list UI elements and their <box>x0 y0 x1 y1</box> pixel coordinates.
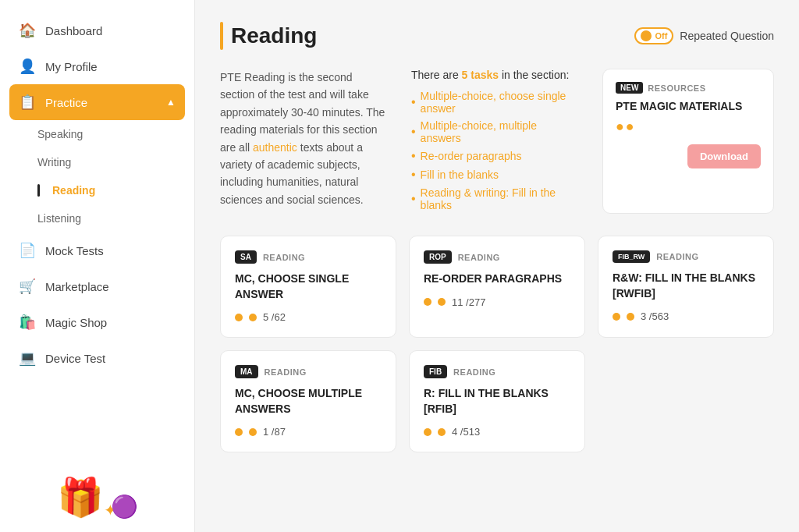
sidebar-sub-item-speaking[interactable]: Speaking <box>0 120 194 148</box>
resource-dots: ●● <box>616 119 761 135</box>
magic-shop-icon: 🛍️ <box>19 314 36 331</box>
sidebar-item-label: Magic Shop <box>45 316 107 329</box>
desc-right: There are 5 tasks in the section: Multip… <box>411 69 577 214</box>
writing-label: Writing <box>37 156 71 168</box>
card-count: 1 /87 <box>263 426 286 438</box>
sidebar-item-label: Device Test <box>45 352 105 365</box>
sidebar-item-label: Practice <box>45 96 87 109</box>
sidebar-item-marketplace[interactable]: 🛒 Marketplace <box>0 268 194 304</box>
sidebar-sub-item-writing[interactable]: Writing <box>0 148 194 176</box>
page-header: Reading Off Repeated Question <box>220 22 774 50</box>
device-test-icon: 💻 <box>19 349 36 367</box>
card-header-row: FIB READING <box>424 365 570 378</box>
task-item-2: Multiple-choice, multiple answers <box>411 117 577 147</box>
sidebar-bottom-decoration: 🎁 ✦ 🟣 <box>0 438 194 532</box>
tasks-list: Multiple-choice, choose single answer Mu… <box>411 87 577 214</box>
sidebar-item-dashboard[interactable]: 🏠 Dashboard <box>0 12 194 48</box>
sidebar-sub-item-listening[interactable]: Listening <box>0 204 194 232</box>
card-progress-row: 1 /87 <box>235 426 382 438</box>
description-section: PTE Reading is the second section of the… <box>220 69 774 214</box>
sidebar-item-magic-shop[interactable]: 🛍️ Magic Shop <box>0 304 194 340</box>
card-header-row: ROP READING <box>424 250 570 264</box>
resource-label: RESOURCES <box>648 83 705 93</box>
dot-filled-1 <box>235 428 243 436</box>
card-progress-row: 4 /513 <box>424 426 570 438</box>
card-title: MC, CHOOSE SINGLE ANSWER <box>235 271 382 302</box>
download-button[interactable]: Download <box>687 144 761 168</box>
card-section-label: READING <box>265 367 307 377</box>
sidebar-item-mock-tests[interactable]: 📄 Mock Tests <box>0 232 194 268</box>
sidebar-item-label: Mock Tests <box>45 244 104 257</box>
sidebar-sub-item-reading[interactable]: Reading <box>0 176 194 204</box>
dot-filled-2 <box>249 314 257 321</box>
resource-title: PTE MAGIC MATERIALS <box>616 100 761 112</box>
sidebar-item-device-test[interactable]: 💻 Device Test <box>0 340 194 376</box>
practice-sub-items: Speaking Writing Reading Listening <box>0 120 194 232</box>
sidebar-item-label: Marketplace <box>45 280 109 293</box>
sidebar-item-practice[interactable]: 📋 Practice ▲ <box>9 84 185 120</box>
card-progress-row: 5 /62 <box>235 311 382 323</box>
marketplace-icon: 🛒 <box>19 278 36 295</box>
card-tag: FIB <box>424 365 447 378</box>
task-item-3: Re-order paragraphs <box>411 147 577 165</box>
practice-icon: 📋 <box>19 94 36 111</box>
dot-filled-2 <box>627 313 634 321</box>
home-icon: 🏠 <box>19 22 36 39</box>
page-title-wrap: Reading <box>220 22 317 50</box>
main-content: Reading Off Repeated Question PTE Readin… <box>195 0 799 532</box>
practice-card-0[interactable]: SA READING MC, CHOOSE SINGLE ANSWER 5 /6… <box>220 236 396 338</box>
dot-filled-1 <box>235 314 243 321</box>
resource-card: NEW RESOURCES PTE MAGIC MATERIALS ●● Dow… <box>602 69 774 214</box>
resource-badge-row: NEW RESOURCES <box>616 82 761 94</box>
dot-filled-1 <box>424 428 431 436</box>
card-tag: FIB_RW <box>613 250 650 263</box>
active-bar <box>37 184 40 197</box>
dot-filled-1 <box>424 298 431 306</box>
page-title: Reading <box>231 23 317 48</box>
card-section-label: READING <box>453 367 495 377</box>
mock-tests-icon: 📄 <box>19 242 36 259</box>
new-badge: NEW <box>616 82 643 94</box>
card-header-row: FIB_RW READING <box>613 250 759 263</box>
card-tag: ROP <box>424 250 452 264</box>
card-section-label: READING <box>263 253 305 262</box>
speaking-label: Speaking <box>37 128 83 140</box>
cards-grid: SA READING MC, CHOOSE SINGLE ANSWER 5 /6… <box>220 236 774 452</box>
card-tag: MA <box>235 365 258 378</box>
title-bar-decoration <box>220 22 223 50</box>
practice-card-2[interactable]: FIB_RW READING R&W: FILL IN THE BLANKS [… <box>598 236 774 338</box>
desc-left: PTE Reading is the second section of the… <box>220 69 386 214</box>
practice-card-4[interactable]: FIB READING R: FILL IN THE BLANKS [RFIB]… <box>409 350 585 452</box>
card-title: MC, CHOOSE MULTIPLE ANSWERS <box>235 386 382 417</box>
dot-filled-2 <box>249 428 257 436</box>
avatar-icon: 🟣 <box>111 494 138 520</box>
card-header-row: MA READING <box>235 365 382 378</box>
chevron-up-icon: ▲ <box>166 97 176 108</box>
card-title: RE-ORDER PARAGRAPHS <box>424 271 570 287</box>
toggle-pill[interactable]: Off <box>634 27 673 44</box>
toggle-state: Off <box>655 31 667 41</box>
card-header-row: SA READING <box>235 250 382 264</box>
card-title: R&W: FILL IN THE BLANKS [RWFIB] <box>613 271 759 301</box>
task-item-1: Multiple-choice, choose single answer <box>411 87 577 117</box>
listening-label: Listening <box>37 212 81 225</box>
practice-card-3[interactable]: MA READING MC, CHOOSE MULTIPLE ANSWERS 1… <box>220 350 396 452</box>
dot-filled-1 <box>613 313 620 321</box>
practice-card-1[interactable]: ROP READING RE-ORDER PARAGRAPHS 11 /277 <box>409 236 585 338</box>
profile-icon: 👤 <box>19 58 36 75</box>
tasks-intro: There are 5 tasks in the section: <box>411 69 577 81</box>
repeated-question-toggle[interactable]: Off Repeated Question <box>634 27 774 44</box>
reading-label: Reading <box>52 184 95 197</box>
dot-filled-2 <box>438 298 446 306</box>
sidebar-item-label: Dashboard <box>45 24 102 37</box>
card-tag: SA <box>235 250 257 264</box>
card-count: 5 /62 <box>263 311 286 323</box>
gift-icon: 🎁 <box>57 476 104 520</box>
card-progress-row: 3 /563 <box>613 310 759 322</box>
task-item-4: Fill in the blanks <box>411 165 577 184</box>
card-count: 3 /563 <box>641 310 669 322</box>
dot-filled-2 <box>438 428 446 436</box>
toggle-dot <box>641 30 652 41</box>
sidebar: 🏠 Dashboard 👤 My Profile 📋 Practice ▲ Sp… <box>0 0 195 532</box>
sidebar-item-my-profile[interactable]: 👤 My Profile <box>0 48 194 84</box>
